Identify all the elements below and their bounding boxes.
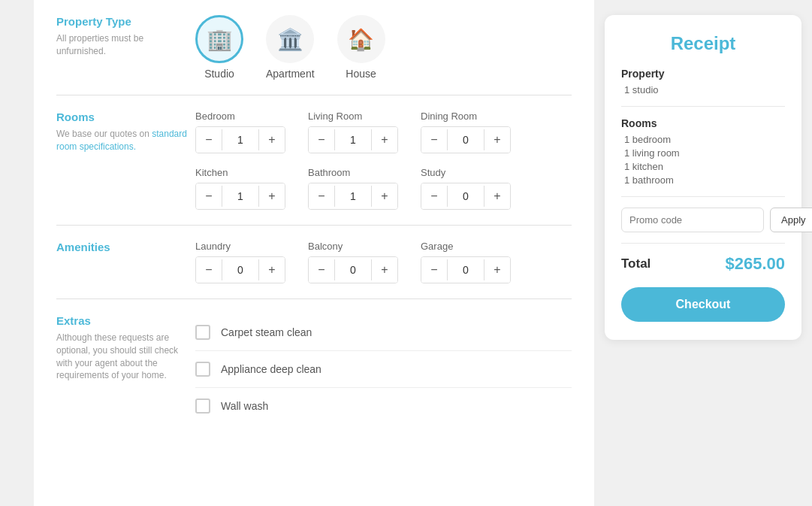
receipt-property-label: Property	[621, 68, 785, 80]
bedroom-label: Bedroom	[195, 111, 285, 122]
receipt-divider-1	[621, 106, 785, 107]
dining-room-decrement[interactable]: −	[421, 127, 447, 153]
studio-icon-circle: 🏢	[195, 15, 243, 63]
property-option-studio[interactable]: 🏢 Studio	[195, 15, 243, 80]
carpet-checkbox[interactable]	[195, 325, 210, 340]
kitchen-decrement[interactable]: −	[196, 183, 222, 209]
living-room-increment[interactable]: +	[372, 127, 397, 153]
total-amount: $265.00	[725, 254, 785, 274]
receipt-divider-3	[621, 243, 785, 244]
apartment-label: Apartment	[266, 68, 315, 80]
balcony-value: 0	[334, 259, 372, 280]
bedroom-counter: Bedroom − 1 +	[195, 111, 285, 153]
property-type-section: Property Type All properties must be unf…	[56, 15, 572, 95]
bathroom-counter: Bathroom − 1 +	[308, 167, 398, 210]
study-control: − 0 +	[421, 183, 511, 210]
bedroom-decrement[interactable]: −	[196, 127, 222, 153]
bathroom-value: 1	[334, 186, 372, 207]
living-room-label: Living Room	[308, 111, 398, 122]
rooms-section: Rooms We base our quotes on standard roo…	[56, 111, 572, 226]
extras-section: Extras Although these requests are optio…	[56, 314, 572, 439]
extras-label: Extras Although these requests are optio…	[56, 314, 195, 382]
property-option-apartment[interactable]: 🏛️ Apartment	[266, 15, 315, 80]
laundry-counter: Laundry − 0 +	[195, 241, 285, 283]
kitchen-counter: Kitchen − 1 +	[195, 167, 285, 210]
kitchen-increment[interactable]: +	[259, 183, 285, 209]
extras-list: Carpet steam clean Appliance deep clean …	[195, 314, 572, 424]
study-label: Study	[421, 167, 511, 178]
receipt-divider-2	[621, 196, 785, 197]
living-room-control: − 1 +	[308, 126, 398, 153]
kitchen-value: 1	[222, 186, 259, 207]
receipt-rooms-label: Rooms	[621, 117, 785, 129]
garage-value: 0	[447, 259, 484, 280]
wall-checkbox[interactable]	[195, 398, 210, 414]
extras-desc: Although these requests are optional, yo…	[56, 332, 195, 382]
dining-room-value: 0	[447, 129, 484, 150]
property-type-label: Property Type All properties must be unf…	[56, 15, 195, 58]
dining-room-counter: Dining Room − 0 +	[421, 111, 511, 153]
amenities-counters-grid: Laundry − 0 + Balcony − 0 +	[195, 241, 572, 283]
study-counter: Study − 0 +	[421, 167, 511, 210]
carpet-label: Carpet steam clean	[221, 326, 312, 338]
laundry-increment[interactable]: +	[259, 257, 285, 283]
kitchen-control: − 1 +	[195, 183, 285, 210]
bathroom-decrement[interactable]: −	[309, 183, 334, 209]
amenities-section: Amenities Laundry − 0 + Balcony	[56, 241, 572, 299]
balcony-counter: Balcony − 0 +	[308, 241, 398, 283]
apply-button[interactable]: Apply	[770, 208, 812, 232]
property-option-house[interactable]: 🏠 House	[337, 15, 385, 80]
receipt-room-item-2: 1 kitchen	[621, 161, 785, 172]
balcony-label: Balcony	[308, 241, 398, 252]
receipt-property-value: 1 studio	[621, 84, 785, 95]
extras-title: Extras	[56, 314, 195, 327]
right-panel: Receipt Property 1 studio Rooms 1 bedroo…	[594, 0, 812, 506]
study-decrement[interactable]: −	[421, 183, 447, 209]
bedroom-control: − 1 +	[195, 126, 285, 153]
garage-increment[interactable]: +	[484, 257, 510, 283]
promo-input[interactable]	[621, 208, 764, 232]
receipt-room-item-0: 1 bedroom	[621, 134, 785, 145]
appliance-label: Appliance deep clean	[221, 363, 321, 375]
apartment-icon-circle: 🏛️	[266, 15, 314, 63]
kitchen-label: Kitchen	[195, 167, 285, 178]
balcony-increment[interactable]: +	[372, 257, 397, 283]
balcony-decrement[interactable]: −	[309, 257, 334, 283]
house-icon-circle: 🏠	[337, 15, 385, 63]
rooms-label: Rooms We base our quotes on standard roo…	[56, 111, 195, 153]
bathroom-label: Bathroom	[308, 167, 398, 178]
garage-decrement[interactable]: −	[421, 257, 447, 283]
living-room-counter: Living Room − 1 +	[308, 111, 398, 153]
promo-row: Apply	[621, 208, 785, 232]
study-increment[interactable]: +	[484, 183, 510, 209]
laundry-value: 0	[222, 259, 259, 280]
living-room-value: 1	[334, 129, 372, 150]
total-label: Total	[621, 256, 651, 271]
laundry-label: Laundry	[195, 241, 285, 252]
living-room-decrement[interactable]: −	[309, 127, 334, 153]
dining-room-increment[interactable]: +	[484, 127, 510, 153]
extra-item-appliance[interactable]: Appliance deep clean	[195, 351, 572, 388]
checkout-button[interactable]: Checkout	[621, 287, 785, 322]
appliance-checkbox[interactable]	[195, 362, 210, 377]
dining-room-label: Dining Room	[421, 111, 511, 122]
balcony-control: − 0 +	[308, 256, 398, 283]
bedroom-value: 1	[222, 129, 259, 150]
receipt-room-item-1: 1 living room	[621, 147, 785, 159]
property-type-desc: All properties must be unfurnished.	[56, 32, 195, 58]
extras-content: Carpet steam clean Appliance deep clean …	[195, 314, 572, 424]
total-row: Total $265.00	[621, 254, 785, 274]
wall-label: Wall wash	[221, 400, 268, 412]
extra-item-carpet[interactable]: Carpet steam clean	[195, 314, 572, 351]
bedroom-increment[interactable]: +	[259, 127, 285, 153]
dining-room-control: − 0 +	[421, 126, 511, 153]
rooms-desc: We base our quotes on standard room spec…	[56, 128, 195, 153]
amenities-title: Amenities	[56, 241, 195, 253]
amenities-label: Amenities	[56, 241, 195, 258]
extra-item-wall[interactable]: Wall wash	[195, 388, 572, 424]
bathroom-increment[interactable]: +	[372, 183, 397, 209]
laundry-decrement[interactable]: −	[196, 257, 222, 283]
garage-control: − 0 +	[421, 256, 511, 283]
receipt-card: Receipt Property 1 studio Rooms 1 bedroo…	[605, 15, 801, 340]
rooms-content: Bedroom − 1 + Living Room − 1 +	[195, 111, 572, 210]
